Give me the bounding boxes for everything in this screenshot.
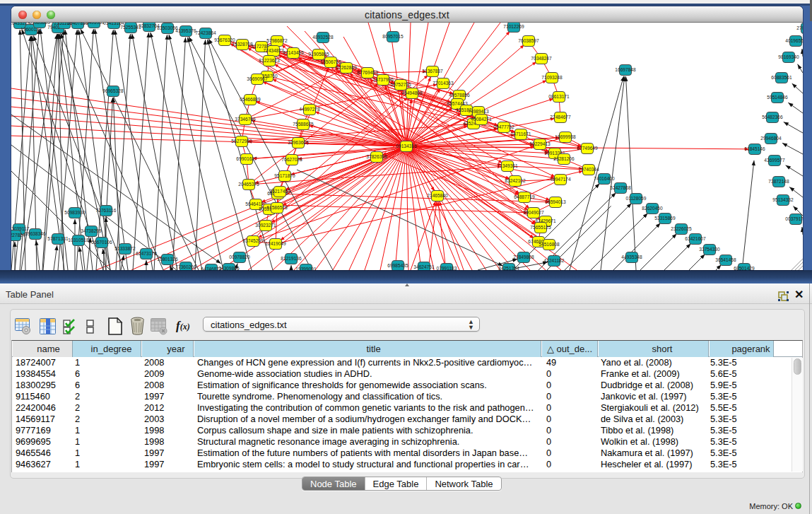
svg-text:33963605: 33963605 xyxy=(288,140,309,145)
svg-text:30923271: 30923271 xyxy=(255,223,276,228)
svg-text:79740344: 79740344 xyxy=(578,167,599,172)
svg-text:57871331: 57871331 xyxy=(47,236,69,241)
svg-text:44997278: 44997278 xyxy=(299,107,320,112)
svg-text:10310518: 10310518 xyxy=(68,238,89,243)
svg-text:23281206: 23281206 xyxy=(553,156,575,161)
svg-text:29946804: 29946804 xyxy=(760,136,782,141)
svg-text:37346706: 37346706 xyxy=(235,117,256,122)
svg-text:41241182: 41241182 xyxy=(544,258,565,263)
svg-text:96965328: 96965328 xyxy=(102,88,124,93)
svg-text:95134332: 95134332 xyxy=(772,197,794,202)
svg-text:67749649: 67749649 xyxy=(577,146,598,151)
svg-text:07991183: 07991183 xyxy=(437,266,457,270)
svg-text:57262849: 57262849 xyxy=(336,65,357,70)
svg-text:34309805: 34309805 xyxy=(218,266,240,270)
svg-text:68501429: 68501429 xyxy=(734,266,755,270)
svg-text:10801326: 10801326 xyxy=(157,257,178,262)
svg-text:49578856: 49578856 xyxy=(449,93,470,98)
svg-text:18699938: 18699938 xyxy=(555,134,576,139)
svg-text:52427868: 52427868 xyxy=(610,185,631,190)
svg-text:01128059: 01128059 xyxy=(626,196,647,201)
svg-text:62473178: 62473178 xyxy=(136,251,157,256)
svg-text:20465375: 20465375 xyxy=(238,182,259,187)
svg-text:47143455: 47143455 xyxy=(283,50,304,55)
svg-text:08613171: 08613171 xyxy=(548,94,570,99)
svg-text:99049027: 99049027 xyxy=(523,210,544,215)
svg-text:73763116: 73763116 xyxy=(96,208,117,213)
svg-text:23226025: 23226025 xyxy=(671,226,692,231)
svg-text:45494808: 45494808 xyxy=(401,90,423,95)
svg-text:98169340: 98169340 xyxy=(778,54,799,59)
svg-text:81223623: 81223623 xyxy=(259,58,280,63)
svg-text:27048281: 27048281 xyxy=(796,25,803,30)
svg-text:06594013: 06594013 xyxy=(545,199,566,204)
svg-text:26217459: 26217459 xyxy=(269,189,290,194)
svg-text:74016400: 74016400 xyxy=(594,176,615,181)
svg-text:50752735: 50752735 xyxy=(390,82,411,87)
svg-text:87769453: 87769453 xyxy=(357,70,378,75)
svg-text:43699577: 43699577 xyxy=(764,158,785,163)
svg-text:61586578: 61586578 xyxy=(266,205,288,210)
svg-text:71349361: 71349361 xyxy=(497,163,518,168)
svg-text:70348247: 70348247 xyxy=(531,56,552,61)
svg-text:27849808: 27849808 xyxy=(513,255,534,259)
svg-text:27484677: 27484677 xyxy=(550,115,571,119)
svg-text:83242102: 83242102 xyxy=(505,178,526,183)
svg-text:18495931: 18495931 xyxy=(83,23,105,25)
svg-text:48932528: 48932528 xyxy=(312,35,334,40)
svg-text:31367837: 31367837 xyxy=(422,69,443,74)
svg-text:77434873: 77434873 xyxy=(263,48,284,53)
svg-text:76627028: 76627028 xyxy=(281,157,302,162)
svg-text:71093248: 71093248 xyxy=(541,75,563,80)
svg-text:04711671: 04711671 xyxy=(511,132,531,136)
svg-text:09134316: 09134316 xyxy=(396,144,417,148)
svg-text:40196556: 40196556 xyxy=(785,38,803,43)
svg-text:81219136: 81219136 xyxy=(281,256,302,261)
svg-text:75655125: 75655125 xyxy=(530,225,551,230)
svg-text:19399091: 19399091 xyxy=(295,267,317,270)
svg-text:00978820: 00978820 xyxy=(229,255,250,259)
svg-text:14737996: 14737996 xyxy=(372,77,394,82)
svg-text:56482366: 56482366 xyxy=(762,115,783,119)
svg-text:33754330: 33754330 xyxy=(699,247,720,252)
svg-text:91905865: 91905865 xyxy=(308,52,329,57)
svg-text:73872148: 73872148 xyxy=(768,179,789,184)
svg-text:21465840: 21465840 xyxy=(427,193,448,198)
svg-text:00379176: 00379176 xyxy=(785,216,803,221)
svg-text:51333872: 51333872 xyxy=(114,246,136,251)
svg-text:16697848: 16697848 xyxy=(615,67,636,72)
svg-text:77014363: 77014363 xyxy=(433,81,454,86)
svg-text:56272980: 56272980 xyxy=(231,139,252,144)
svg-text:09477752: 09477752 xyxy=(493,124,514,129)
svg-text:69901627: 69901627 xyxy=(236,156,257,161)
svg-text:80957015: 80957015 xyxy=(382,34,404,39)
svg-text:75588675: 75588675 xyxy=(293,122,314,127)
svg-text:93745299: 93745299 xyxy=(242,238,264,243)
svg-text:76038597: 76038597 xyxy=(518,38,539,43)
svg-text:40084271: 40084271 xyxy=(471,117,492,122)
svg-text:84251354: 84251354 xyxy=(498,266,519,270)
svg-text:63421607: 63421607 xyxy=(685,236,706,241)
svg-text:72423884: 72423884 xyxy=(195,30,216,35)
svg-text:53315869: 53315869 xyxy=(654,216,676,221)
svg-text:05466889: 05466889 xyxy=(240,97,261,102)
svg-text:89638346: 89638346 xyxy=(25,231,46,236)
svg-text:82620450: 82620450 xyxy=(642,206,663,211)
svg-text:49947174: 49947174 xyxy=(550,177,571,182)
svg-text:64887719: 64887719 xyxy=(514,194,535,199)
svg-text:69985435: 69985435 xyxy=(387,263,408,268)
svg-text:12419049: 12419049 xyxy=(265,241,286,246)
svg-text:50983930: 50983930 xyxy=(64,210,86,215)
svg-text:36690967: 36690967 xyxy=(247,76,268,81)
svg-text:54516808: 54516808 xyxy=(539,242,560,247)
svg-text:18506716: 18506716 xyxy=(320,59,341,64)
svg-text:37826398: 37826398 xyxy=(366,154,387,159)
svg-text:57986872: 57986872 xyxy=(266,38,288,43)
svg-text:90229413: 90229413 xyxy=(529,141,551,146)
svg-text:01845146: 01845146 xyxy=(744,146,765,151)
svg-text:95171870: 95171870 xyxy=(274,173,295,178)
svg-text:71012269: 71012269 xyxy=(503,24,524,29)
svg-text:16328708: 16328708 xyxy=(232,42,253,47)
svg-text:74989413: 74989413 xyxy=(468,109,489,114)
svg-text:60883561: 60883561 xyxy=(771,75,792,80)
